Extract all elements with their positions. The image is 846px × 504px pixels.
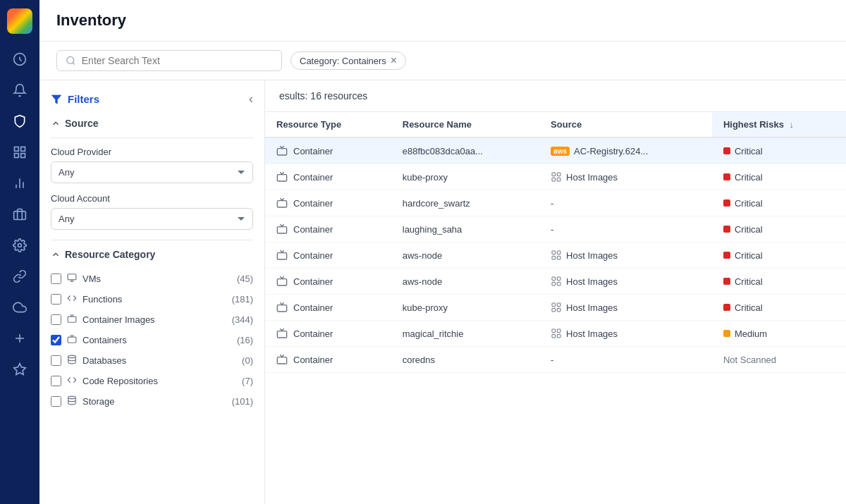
- category-label-functions: Functions: [82, 294, 226, 305]
- category-divider: [51, 240, 253, 240]
- cloud-account-group: Cloud Account Any: [51, 193, 253, 230]
- cell-resource-name: magical_ritchie: [391, 321, 539, 347]
- category-item-containers: Containers (16): [51, 330, 253, 350]
- sidebar-item-dashboard[interactable]: [6, 45, 34, 73]
- category-count-storage: (101): [232, 396, 253, 407]
- category-label-vms: VMs: [82, 273, 231, 284]
- table-row[interactable]: Container magical_ritchie Host Images Me…: [265, 321, 846, 347]
- cell-source: aws AC-Registry.624...: [539, 137, 712, 164]
- sidebar-item-cloud[interactable]: [6, 293, 34, 321]
- cell-risk: Critical: [712, 190, 846, 216]
- category-checkbox-vms[interactable]: [51, 273, 61, 284]
- container-type-icon: [276, 328, 288, 339]
- svg-rect-31: [277, 253, 286, 259]
- svg-rect-30: [277, 227, 286, 233]
- vms-icon: [67, 273, 77, 285]
- host-images-icon: [551, 276, 562, 287]
- category-checkbox-storage[interactable]: [51, 396, 61, 407]
- cell-resource-name: laughing_saha: [391, 216, 539, 242]
- active-filter-chip[interactable]: Category: Containers ×: [290, 51, 406, 70]
- container-type-icon: [276, 223, 288, 235]
- svg-rect-33: [557, 251, 560, 254]
- table-row[interactable]: Container aws-node Host Images Critical: [265, 242, 846, 269]
- search-input[interactable]: [82, 55, 273, 66]
- search-bar: Category: Containers ×: [39, 42, 846, 80]
- cell-resource-type: Container: [265, 164, 391, 190]
- category-checkbox-code-repos[interactable]: [51, 376, 61, 386]
- source-divider: [51, 137, 253, 138]
- svg-rect-46: [277, 331, 286, 338]
- svg-rect-39: [557, 282, 560, 285]
- risk-dot: [723, 173, 730, 180]
- col-source[interactable]: Source: [539, 112, 712, 137]
- svg-rect-8: [14, 211, 26, 220]
- cell-source: -: [539, 216, 712, 242]
- sidebar-item-analytics[interactable]: [6, 169, 34, 197]
- sidebar-item-integrations[interactable]: [6, 262, 34, 290]
- cell-risk: Critical: [712, 164, 846, 190]
- host-images-icon: [551, 171, 562, 183]
- category-count-container-images: (344): [232, 314, 253, 325]
- collapse-filter-button[interactable]: ‹: [249, 92, 253, 106]
- filter-chip-close[interactable]: ×: [391, 55, 397, 66]
- cell-source: Host Images: [539, 295, 712, 321]
- col-resource-name[interactable]: Resource Name: [391, 112, 539, 137]
- category-label-containers: Containers: [82, 335, 231, 345]
- table-row[interactable]: Container e88fbc083dca0aa... aws AC-Regi…: [265, 137, 846, 164]
- svg-rect-51: [277, 357, 286, 364]
- databases-icon: [67, 355, 77, 367]
- cell-risk: Critical: [712, 269, 846, 295]
- resource-category-header[interactable]: Resource Category: [51, 249, 253, 260]
- app-logo[interactable]: [7, 8, 32, 34]
- svg-rect-34: [557, 256, 560, 259]
- sidebar-item-alerts[interactable]: [6, 76, 34, 104]
- cloud-account-select[interactable]: Any: [51, 208, 253, 230]
- category-label-databases: Databases: [82, 355, 236, 366]
- cell-source: -: [539, 347, 712, 373]
- cloud-provider-select[interactable]: Any: [51, 161, 253, 183]
- svg-rect-48: [557, 329, 560, 333]
- col-highest-risks[interactable]: Highest Risks ↓: [712, 112, 846, 137]
- page-title: Inventory: [56, 11, 829, 30]
- sidebar-item-shield[interactable]: [6, 107, 34, 135]
- table-row[interactable]: Container kube-proxy Host Images Critica…: [265, 164, 846, 190]
- cell-resource-type: Container: [265, 269, 391, 295]
- sidebar-item-apps[interactable]: [6, 200, 34, 228]
- table-row[interactable]: Container coredns-Not Scanned: [265, 347, 846, 373]
- svg-rect-20: [68, 337, 76, 343]
- cell-risk: Medium: [712, 321, 846, 347]
- svg-point-13: [67, 56, 74, 63]
- sidebar-item-inventory[interactable]: [6, 138, 34, 166]
- svg-rect-47: [552, 329, 556, 333]
- sidebar-item-settings[interactable]: [6, 231, 34, 259]
- sidebar-item-tools[interactable]: [6, 324, 34, 352]
- results-count: esults: 16 resources: [279, 90, 367, 102]
- col-resource-type[interactable]: Resource Type: [265, 112, 391, 137]
- cell-resource-type: Container: [265, 190, 391, 216]
- results-table: Resource Type Resource Name Source Highe…: [265, 112, 846, 373]
- svg-point-22: [68, 396, 76, 399]
- category-checkbox-databases[interactable]: [51, 355, 61, 366]
- svg-point-21: [68, 355, 76, 358]
- table-row[interactable]: Container hardcore_swartz- Critical: [265, 190, 846, 216]
- results-header: esults: 16 resources: [265, 80, 846, 112]
- sidebar-item-star[interactable]: [6, 355, 34, 383]
- svg-rect-26: [557, 173, 560, 176]
- category-checkbox-containers[interactable]: [51, 335, 61, 345]
- container-type-icon: [276, 171, 288, 183]
- table-row[interactable]: Container laughing_saha- Critical: [265, 216, 846, 242]
- results-panel: esults: 16 resources Resource Type Resou…: [265, 80, 846, 504]
- category-checkbox-functions[interactable]: [51, 294, 61, 305]
- cell-resource-name: e88fbc083dca0aa...: [391, 137, 539, 164]
- resource-category-section: Resource Category VMs (45) Functions: [51, 249, 253, 412]
- cell-risk: Critical: [712, 137, 846, 164]
- table-row[interactable]: Container kube-proxy Host Images Critica…: [265, 295, 846, 321]
- cell-resource-name: aws-node: [391, 242, 539, 269]
- search-input-wrap[interactable]: [56, 50, 282, 71]
- source-section-header[interactable]: Source: [51, 118, 253, 129]
- host-images-icon: [551, 302, 562, 313]
- table-row[interactable]: Container aws-node Host Images Critical: [265, 269, 846, 295]
- svg-rect-29: [277, 201, 286, 207]
- main-content: Inventory Category: Containers × Filters…: [39, 0, 846, 504]
- category-checkbox-container-images[interactable]: [51, 314, 61, 325]
